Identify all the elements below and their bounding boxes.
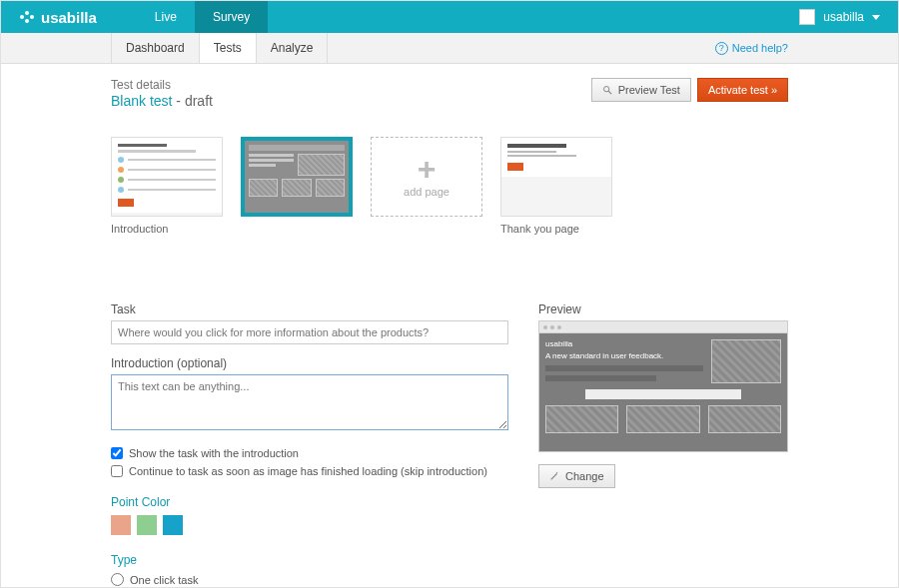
topnav-item-live[interactable]: Live [137, 1, 195, 33]
svg-point-4 [603, 87, 608, 92]
task-input[interactable] [111, 320, 508, 344]
add-page-label: add page [404, 186, 450, 198]
test-title: Blank test - draft [111, 93, 591, 109]
svg-point-0 [20, 15, 24, 19]
topnav-label: Survey [213, 10, 250, 24]
preview-browser-chrome [539, 321, 787, 333]
page-thumb-task-selected[interactable] [241, 137, 353, 217]
pages-row: Introduction + add page [111, 137, 788, 235]
radio-one-click-input[interactable] [111, 573, 124, 586]
tab-label: Dashboard [126, 41, 185, 55]
radio-label: One click task [130, 574, 198, 586]
preview-hero-image [711, 339, 781, 383]
avatar [799, 9, 815, 25]
tab-analyze[interactable]: Analyze [257, 33, 329, 63]
top-bar: usabilla Live Survey usabilla [1, 1, 898, 33]
preview-cta [585, 389, 741, 399]
preview-tagline: A new standard in user feedback. [545, 351, 703, 361]
brand-name: usabilla [41, 9, 97, 26]
svg-point-2 [25, 19, 29, 23]
user-name: usabilla [823, 10, 864, 24]
introduction-label: Introduction (optional) [111, 356, 508, 370]
sub-bar: Dashboard Tests Analyze ? Need help? [1, 33, 898, 64]
help-icon: ? [715, 42, 728, 55]
checkbox-show-with-intro-input[interactable] [111, 447, 123, 459]
tab-dashboard[interactable]: Dashboard [111, 33, 200, 63]
activate-test-label: Activate test » [708, 84, 777, 96]
preview-test-button[interactable]: Preview Test [591, 78, 691, 102]
point-color-swatches [111, 515, 508, 535]
wand-icon [549, 471, 559, 481]
magnifier-icon [602, 85, 612, 95]
section-heading: Test details [111, 78, 591, 92]
topnav-item-survey[interactable]: Survey [195, 1, 268, 33]
svg-line-5 [608, 91, 611, 94]
need-help-link[interactable]: ? Need help? [715, 33, 788, 63]
svg-point-3 [30, 15, 34, 19]
test-status: - draft [172, 93, 212, 109]
introduction-textarea[interactable] [111, 374, 508, 430]
brand-logo[interactable]: usabilla [19, 9, 97, 26]
chevron-down-icon [872, 15, 880, 20]
checkbox-skip-intro-input[interactable] [111, 465, 123, 477]
color-swatch-2[interactable] [137, 515, 157, 535]
svg-point-1 [25, 11, 29, 15]
checkbox-show-with-intro[interactable]: Show the task with the introduction [111, 447, 508, 459]
topnav-label: Live [155, 10, 177, 24]
checkbox-label: Show the task with the introduction [129, 447, 299, 459]
help-label: Need help? [732, 42, 788, 54]
checkbox-label: Continue to task as soon as image has fi… [129, 465, 487, 477]
color-swatch-3[interactable] [163, 515, 183, 535]
activate-test-button[interactable]: Activate test » [697, 78, 788, 102]
task-label: Task [111, 302, 508, 316]
change-button[interactable]: Change [538, 464, 615, 488]
point-color-heading: Point Color [111, 495, 508, 509]
tab-label: Analyze [271, 41, 314, 55]
usabilla-logo-icon [19, 9, 35, 25]
plus-icon: + [418, 156, 437, 182]
checkbox-skip-intro[interactable]: Continue to task as soon as image has fi… [111, 465, 508, 477]
test-name[interactable]: Blank test [111, 93, 172, 109]
type-heading: Type [111, 553, 508, 567]
thankyou-thumb-heading [507, 144, 566, 148]
radio-one-click[interactable]: One click task [111, 573, 508, 586]
preview-heading: Preview [538, 302, 788, 316]
user-menu[interactable]: usabilla [799, 9, 880, 25]
page-thumb-label: Introduction [111, 223, 223, 235]
sub-tabs: Dashboard Tests Analyze [111, 33, 328, 63]
tab-label: Tests [214, 41, 242, 55]
top-nav: Live Survey [137, 1, 268, 33]
page-thumb-label: Thank you page [500, 223, 612, 235]
page-thumb-thankyou[interactable] [500, 137, 612, 217]
color-swatch-1[interactable] [111, 515, 131, 535]
tab-tests[interactable]: Tests [200, 33, 257, 63]
svg-line-6 [551, 474, 557, 480]
change-label: Change [565, 470, 604, 482]
preview-brand: usabilla [545, 339, 703, 348]
add-page-button[interactable]: + add page [371, 137, 482, 217]
page-thumb-introduction[interactable] [111, 137, 223, 217]
preview-test-label: Preview Test [618, 84, 680, 96]
preview-box: usabilla A new standard in user feedback… [538, 320, 788, 452]
